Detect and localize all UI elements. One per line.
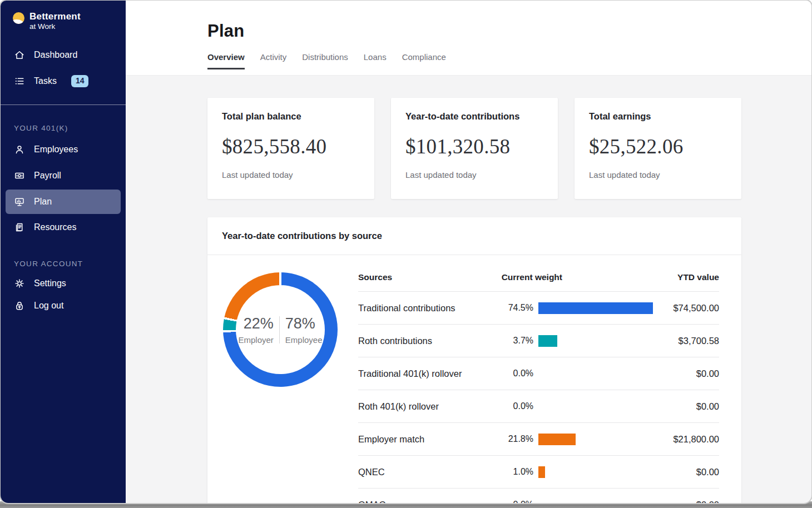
sidebar-item-label: Resources	[34, 222, 76, 232]
source-label: Traditional 401(k) rollover	[358, 368, 491, 379]
tasks-count-badge: 14	[71, 75, 89, 87]
weight-bar	[538, 302, 653, 314]
contributions-by-source-card: Year-to-date contributions by source 22%…	[207, 217, 741, 503]
table-row: QMAC 0.0% $0.00	[358, 489, 719, 503]
ytd-value: $0.00	[671, 401, 719, 412]
sidebar: Betterment at Work Dashboard Tasks 14	[1, 1, 126, 503]
sidebar-item-label: Employees	[34, 145, 78, 155]
employer-percent: 22%	[244, 315, 274, 332]
table-row: Roth 401(k) rollover 0.0% $0.00	[358, 390, 719, 423]
stat-value: $101,320.58	[405, 135, 543, 158]
source-label: QMAC	[358, 500, 491, 504]
sidebar-item-resources[interactable]: Resources	[1, 215, 126, 241]
betterment-logo-icon	[13, 12, 24, 24]
document-icon	[14, 222, 25, 233]
column-header-ytd-value: YTD value	[562, 272, 719, 282]
ytd-value: $3,700.58	[671, 336, 719, 346]
sidebar-item-label: Tasks	[34, 76, 57, 86]
column-header-sources: Sources	[358, 272, 491, 282]
page-title: Plan	[207, 1, 811, 41]
weight-bar	[538, 335, 557, 347]
brand-name: Betterment	[29, 12, 81, 22]
weight-value: 0.0%	[491, 401, 533, 411]
lock-icon	[14, 300, 25, 311]
tab-loans[interactable]: Loans	[364, 52, 387, 69]
sidebar-item-label: Payroll	[34, 171, 61, 181]
home-icon	[14, 49, 25, 61]
app-frame: Betterment at Work Dashboard Tasks 14	[1, 1, 811, 503]
weight-value: 74.5%	[491, 303, 533, 313]
table-row: Roth contributions 3.7% $3,700.58	[358, 325, 719, 357]
ytd-value: $74,500.00	[671, 303, 719, 313]
table-row: Traditional 401(k) rollover 0.0% $0.00	[358, 357, 719, 390]
sidebar-item-dashboard[interactable]: Dashboard	[1, 42, 126, 68]
tab-bar: Overview Activity Distributions Loans Co…	[207, 52, 811, 69]
weight-value: 3.7%	[491, 336, 533, 346]
sidebar-item-employees[interactable]: Employees	[1, 137, 126, 163]
card-title: Year-to-date contributions by source	[207, 217, 741, 255]
table-row: Employer match 21.8% $21,800.00	[358, 423, 719, 456]
stat-title: Total plan balance	[222, 111, 360, 122]
tab-overview[interactable]: Overview	[207, 52, 245, 69]
stat-note: Last updated today	[589, 170, 727, 180]
sidebar-item-tasks[interactable]: Tasks 14	[1, 68, 126, 94]
stat-note: Last updated today	[405, 170, 543, 180]
column-header-current-weight: Current weight	[491, 272, 562, 282]
list-icon	[14, 76, 25, 87]
weight-value: 0.0%	[491, 368, 533, 378]
table-row: QNEC 1.0% $0.00	[358, 456, 719, 489]
stat-title: Total earnings	[589, 111, 727, 122]
source-label: Traditional contributions	[358, 303, 491, 313]
stat-title: Year-to-date contributions	[405, 111, 543, 122]
weight-value: 0.0%	[491, 500, 533, 503]
stat-value: $25,522.06	[589, 135, 727, 158]
cash-icon	[14, 170, 25, 181]
donut-center: 22% Employer 78% Employee	[236, 285, 325, 374]
stat-note: Last updated today	[222, 170, 360, 180]
sidebar-item-payroll[interactable]: Payroll	[1, 163, 126, 189]
sidebar-item-plan[interactable]: Plan	[6, 190, 121, 214]
sidebar-section-account: YOUR ACCOUNT	[14, 260, 126, 268]
table-row: Traditional contributions 74.5% $74,500.…	[358, 292, 719, 325]
sidebar-item-label: Dashboard	[34, 50, 77, 60]
employer-label: Employer	[238, 335, 273, 345]
contributions-donut-chart: 22% Employer 78% Employee	[223, 272, 338, 387]
source-label: Roth 401(k) rollover	[358, 401, 491, 412]
source-label: QNEC	[358, 467, 491, 477]
weight-value: 1.0%	[491, 467, 533, 477]
weight-bar	[538, 466, 545, 478]
stat-card-ytd-contributions: Year-to-date contributions $101,320.58 L…	[391, 98, 558, 199]
page-header: Plan Overview Activity Distributions Loa…	[126, 1, 811, 76]
weight-value: 21.8%	[491, 434, 533, 444]
stat-card-total-plan-balance: Total plan balance $825,558.40 Last upda…	[207, 98, 374, 199]
source-label: Employer match	[358, 434, 491, 445]
stat-card-total-earnings: Total earnings $25,522.06 Last updated t…	[575, 98, 741, 199]
ytd-value: $0.00	[671, 500, 719, 504]
stat-value: $825,558.40	[222, 135, 360, 158]
brand-logo: Betterment at Work	[1, 1, 126, 31]
tab-activity[interactable]: Activity	[260, 52, 287, 69]
employee-percent: 78%	[285, 315, 315, 332]
app-window: Betterment at Work Dashboard Tasks 14	[0, 0, 812, 508]
sidebar-section-401k: YOUR 401(K)	[14, 124, 126, 132]
ytd-value: $21,800.00	[671, 434, 719, 445]
sidebar-item-settings[interactable]: Settings	[1, 272, 126, 295]
sidebar-item-label: Settings	[34, 278, 66, 288]
sources-table: Sources Current weight YTD value Traditi…	[358, 255, 719, 503]
ytd-value: $0.00	[671, 467, 719, 477]
main-area: Plan Overview Activity Distributions Loa…	[126, 1, 811, 503]
tab-distributions[interactable]: Distributions	[302, 52, 348, 69]
sidebar-item-label: Plan	[34, 197, 52, 207]
ytd-value: $0.00	[671, 368, 719, 379]
weight-bar	[538, 434, 576, 445]
stat-cards-row: Total plan balance $825,558.40 Last upda…	[207, 98, 741, 199]
sidebar-item-logout[interactable]: Log out	[1, 295, 126, 317]
gear-icon	[14, 278, 25, 289]
table-header-row: Sources Current weight YTD value	[358, 255, 719, 292]
person-icon	[14, 144, 25, 155]
brand-subtitle: at Work	[29, 23, 81, 31]
source-label: Roth contributions	[358, 336, 491, 346]
tab-compliance[interactable]: Compliance	[402, 52, 446, 69]
presentation-icon	[14, 196, 25, 207]
sidebar-divider	[1, 104, 126, 105]
